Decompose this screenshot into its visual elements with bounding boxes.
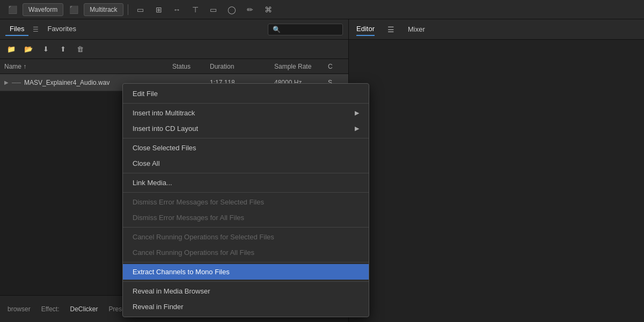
menu-divider: [123, 262, 369, 262]
menu-divider: [123, 173, 369, 173]
row-expand-icon[interactable]: ▶: [4, 79, 12, 85]
col-header-duration[interactable]: Duration: [210, 63, 274, 70]
new-folder-icon[interactable]: 📂: [21, 43, 35, 56]
menu-item-label: Cancel Running Operations for All Files: [133, 248, 254, 257]
tool-icon-3[interactable]: ↔: [169, 3, 185, 17]
files-menu-icon[interactable]: ☰: [33, 26, 39, 33]
col-header-name[interactable]: Name ↑: [4, 63, 172, 70]
menu-item-cancel-all: Cancel Running Operations for All Files: [123, 245, 369, 260]
menu-item-label: Reveal in Finder: [133, 303, 184, 311]
menu-item-label: Cancel Running Operations for Selected F…: [133, 233, 274, 241]
table-header: Name ↑ Status Duration Sample Rate C: [0, 59, 348, 74]
files-toolbar: 📁 📂 ⬇ ⬆ 🗑: [0, 40, 348, 59]
favorites-tab[interactable]: Favorites: [43, 23, 80, 36]
menu-item-dismiss-selected: Dismiss Error Messages for Selected File…: [123, 194, 369, 210]
menu-item-reveal-finder[interactable]: Reveal in Finder: [123, 299, 369, 314]
submenu-arrow-icon: ▶: [355, 109, 359, 116]
menu-item-reveal-media[interactable]: Reveal in Media Browser: [123, 283, 369, 299]
menu-divider: [123, 192, 369, 193]
menu-item-label: Close Selected Files: [133, 144, 196, 152]
menu-item-label: Reveal in Media Browser: [133, 287, 210, 295]
menu-item-label: Dismiss Error Messages for Selected File…: [133, 198, 264, 206]
panel-browser-label: browser: [8, 305, 31, 313]
tool-icon-6[interactable]: ◯: [224, 3, 240, 17]
menu-item-cancel-selected: Cancel Running Operations for Selected F…: [123, 229, 369, 245]
multitrack-button[interactable]: Multitrack: [84, 3, 123, 16]
menu-divider: [123, 281, 369, 282]
menu-item-close-all[interactable]: Close All: [123, 156, 369, 171]
search-input[interactable]: [268, 24, 343, 35]
submenu-arrow-icon: ▶: [355, 125, 359, 132]
col-header-status[interactable]: Status: [172, 63, 210, 70]
menu-divider: [123, 227, 369, 228]
tool-icon-7[interactable]: ✏: [242, 3, 258, 17]
waveform-icon[interactable]: ⬛: [4, 3, 20, 17]
menu-item-edit-file[interactable]: Edit File: [123, 86, 369, 101]
menu-item-close-selected[interactable]: Close Selected Files: [123, 140, 369, 156]
menu-item-label: Insert into CD Layout: [133, 125, 198, 133]
menu-item-label: Dismiss Error Messages for All Files: [133, 214, 244, 222]
right-panel: Editor ☰ Mixer: [349, 19, 644, 322]
menu-item-label: Extract Channels to Mono Files: [133, 268, 230, 276]
menu-divider: [123, 103, 369, 104]
menu-divider: [123, 138, 369, 138]
top-toolbar: ⬛ Waveform ⬛ Multitrack ▭ ⊞ ↔ ⊤ ▭ ◯ ✏ ⌘: [0, 0, 644, 19]
tool-icon-5[interactable]: ▭: [206, 3, 222, 17]
col-header-samplerate[interactable]: Sample Rate: [274, 63, 328, 70]
toolbar-separator: [128, 4, 128, 15]
editor-tab[interactable]: Editor: [356, 23, 375, 36]
delete-icon[interactable]: 🗑: [73, 43, 87, 56]
menu-item-link-media[interactable]: Link Media...: [123, 175, 369, 191]
menu-item-extract-channels[interactable]: Extract Channels to Mono Files: [123, 264, 369, 280]
extract-icon[interactable]: ⬆: [56, 43, 70, 56]
tool-icon-8[interactable]: ⌘: [260, 3, 276, 17]
context-menu: Edit FileInsert into Multitrack▶Insert i…: [122, 83, 369, 317]
panel-header: Files ☰ Favorites: [0, 19, 348, 40]
effect-value: DeClicker: [70, 305, 98, 313]
menu-item-label: Insert into Multitrack: [133, 109, 195, 117]
menu-item-dismiss-all: Dismiss Error Messages for All Files: [123, 210, 369, 225]
tool-icon-2[interactable]: ⊞: [151, 3, 167, 17]
col-header-c[interactable]: C: [328, 63, 344, 70]
waveform-button[interactable]: Waveform: [23, 3, 63, 16]
mixer-tab[interactable]: Mixer: [408, 23, 425, 35]
open-folder-icon[interactable]: 📁: [4, 43, 18, 56]
multitrack-icon[interactable]: ⬛: [65, 3, 82, 17]
effect-label: Effect:: [41, 305, 60, 313]
menu-item-insert-multitrack[interactable]: Insert into Multitrack▶: [123, 105, 369, 121]
editor-menu-icon[interactable]: ☰: [383, 23, 399, 36]
tool-icon-4[interactable]: ⊤: [187, 3, 203, 17]
menu-item-label: Edit File: [133, 90, 158, 98]
tool-icon-1[interactable]: ▭: [133, 3, 149, 17]
audio-file-icon: ──: [12, 79, 21, 86]
menu-item-label: Link Media...: [133, 179, 172, 187]
menu-item-insert-cd[interactable]: Insert into CD Layout▶: [123, 121, 369, 136]
menu-item-label: Close All: [133, 159, 160, 167]
right-panel-header: Editor ☰ Mixer: [349, 19, 644, 40]
files-tab[interactable]: Files: [5, 23, 28, 36]
import-icon[interactable]: ⬇: [39, 43, 53, 56]
